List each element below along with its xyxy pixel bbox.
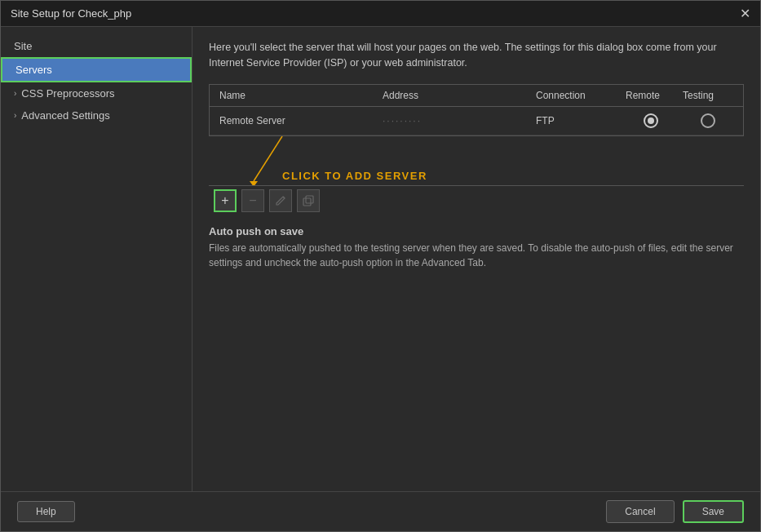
expand-arrow-icon: ›	[14, 89, 16, 98]
title-bar: Site Setup for Check_php ✕	[1, 1, 760, 27]
table-body: Remote Server ········· FTP	[210, 107, 743, 135]
sidebar-item-site[interactable]: Site	[1, 35, 192, 57]
col-header-testing: Testing	[679, 88, 737, 103]
annotation-area: CLICK TO ADD SERVER	[209, 136, 744, 185]
sidebar-item-servers[interactable]: Servers	[1, 57, 192, 82]
remove-server-button[interactable]: −	[241, 189, 264, 212]
footer-right-buttons: Cancel Save	[606, 500, 744, 523]
cell-remote[interactable]	[622, 112, 679, 130]
table-header: Name Address Connection Remote Testing	[210, 85, 743, 107]
duplicate-server-button[interactable]	[297, 189, 320, 212]
auto-push-title: Auto push on save	[209, 225, 744, 237]
description-text: Here you'll select the server that will …	[209, 40, 744, 71]
auto-push-section: Auto push on save Files are automaticall…	[209, 225, 744, 270]
save-button[interactable]: Save	[683, 500, 744, 523]
expand-arrow-icon: ›	[14, 111, 16, 120]
cell-connection: FTP	[533, 113, 622, 128]
site-setup-dialog: Site Setup for Check_php ✕ Site Servers …	[0, 0, 761, 532]
svg-rect-3	[303, 198, 311, 206]
close-button[interactable]: ✕	[740, 6, 750, 21]
col-header-connection: Connection	[533, 88, 622, 103]
testing-radio[interactable]	[701, 113, 715, 128]
sidebar-item-label: CSS Preprocessors	[21, 87, 114, 100]
servers-table: Name Address Connection Remote Testing R…	[209, 84, 744, 136]
dialog-footer: Help Cancel Save	[1, 491, 760, 531]
svg-marker-1	[250, 181, 258, 185]
col-header-address: Address	[379, 88, 533, 103]
sidebar-item-label: Servers	[15, 64, 52, 76]
sidebar-item-label: Site	[14, 40, 32, 52]
cell-testing[interactable]	[679, 112, 737, 130]
sidebar-item-css-preprocessors[interactable]: › CSS Preprocessors	[1, 82, 192, 104]
add-server-button[interactable]: +	[214, 189, 237, 212]
annotation-arrow-svg	[209, 136, 372, 185]
sidebar-item-label: Advanced Settings	[21, 109, 109, 122]
dialog-body: Site Servers › CSS Preprocessors › Advan…	[1, 27, 760, 491]
edit-icon	[275, 195, 286, 206]
table-row[interactable]: Remote Server ········· FTP	[210, 107, 743, 135]
cancel-button[interactable]: Cancel	[606, 500, 674, 523]
cell-name: Remote Server	[216, 113, 379, 128]
help-button[interactable]: Help	[17, 501, 75, 522]
dialog-title: Site Setup for Check_php	[11, 7, 131, 20]
sidebar-item-advanced-settings[interactable]: › Advanced Settings	[1, 104, 192, 126]
sidebar: Site Servers › CSS Preprocessors › Advan…	[1, 27, 192, 491]
main-content: Here you'll select the server that will …	[192, 27, 760, 491]
auto-push-description: Files are automatically pushed to the te…	[209, 241, 744, 270]
cell-address: ·········	[379, 113, 533, 128]
table-toolbar: + −	[209, 185, 744, 215]
col-header-remote: Remote	[622, 88, 679, 103]
remote-radio[interactable]	[644, 113, 658, 128]
edit-server-button[interactable]	[269, 189, 292, 212]
svg-rect-2	[306, 196, 313, 203]
svg-line-0	[254, 136, 282, 181]
duplicate-icon	[303, 195, 314, 206]
col-header-name: Name	[216, 88, 379, 103]
